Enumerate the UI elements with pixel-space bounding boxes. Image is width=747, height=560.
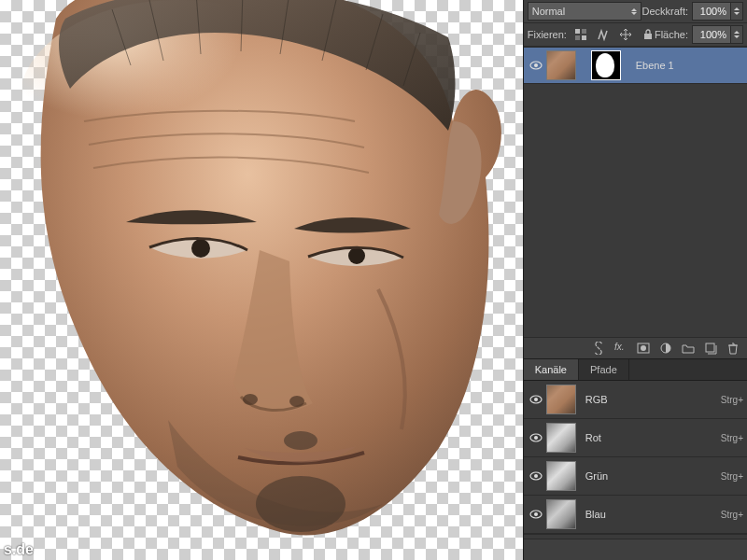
fill-stepper[interactable] [730,25,743,44]
layers-options-row-1: Normal Deckkraft: 100% [524,0,747,23]
svg-point-15 [641,345,646,351]
adjustment-layer-icon[interactable] [659,342,672,355]
channel-name: RGB [582,394,721,405]
blend-mode-select[interactable]: Normal [528,2,641,21]
channel-row[interactable]: Rot Strg+ [524,419,747,457]
svg-rect-10 [582,35,586,40]
channel-shortcut: Strg+ [721,471,745,482]
fill-field[interactable]: 100% [692,25,743,44]
svg-point-6 [284,431,317,450]
visibility-toggle[interactable] [526,508,546,521]
lock-position-icon[interactable] [619,28,632,41]
tab-channels[interactable]: Kanäle [524,359,579,380]
lock-label: Fixieren: [528,29,567,40]
select-arrows-icon [631,8,637,15]
channel-row[interactable]: RGB Strg+ [524,381,747,419]
svg-point-2 [348,247,365,264]
channel-thumbnail [546,461,576,491]
new-layer-icon[interactable] [704,342,717,355]
visibility-toggle[interactable] [526,59,546,72]
svg-point-23 [534,474,538,478]
svg-rect-7 [575,29,580,34]
link-layers-icon[interactable] [592,342,605,355]
layer-mask-thumbnail[interactable] [591,50,621,80]
layers-footer: fx. [524,337,747,358]
layers-list: Ebene 1 [524,47,747,337]
opacity-value: 100% [692,2,730,21]
opacity-label: Deckkraft: [641,6,688,17]
fill-label: Fläche: [655,29,688,40]
channels-footer [524,539,747,560]
lock-pixels-icon[interactable] [597,28,610,41]
svg-point-21 [534,436,538,440]
svg-point-3 [243,394,258,405]
channels-tabs: Kanäle Pfade [524,358,747,381]
tab-paths[interactable]: Pfade [579,359,629,380]
trash-icon[interactable] [726,342,740,355]
channel-shortcut: Strg+ [721,433,745,443]
group-icon[interactable] [682,342,695,355]
channel-shortcut: Strg+ [721,395,745,405]
layer-image [0,0,504,560]
fx-icon[interactable]: fx. [614,342,627,355]
channel-name: Grün [582,470,721,482]
layer-row[interactable]: Ebene 1 [524,47,747,84]
opacity-stepper[interactable] [730,2,743,21]
svg-point-1 [191,239,210,258]
opacity-field[interactable]: 100% [692,2,743,21]
channel-thumbnail [546,385,576,414]
svg-point-13 [534,63,538,67]
lock-all-icon[interactable] [641,28,655,41]
channel-thumbnail [546,423,576,453]
svg-rect-8 [582,29,586,34]
svg-point-4 [289,396,304,407]
channel-name: Blau [582,509,721,520]
svg-rect-11 [644,34,652,39]
layer-thumbnail[interactable] [546,50,576,80]
add-mask-icon[interactable] [637,342,650,355]
blend-mode-value: Normal [532,6,565,17]
layer-name[interactable]: Ebene 1 [636,60,674,71]
fill-value: 100% [692,25,730,44]
channel-shortcut: Strg+ [721,510,745,520]
svg-rect-9 [575,35,580,40]
lock-transparency-icon[interactable] [574,28,587,41]
layers-options-row-2: Fixieren: Fläche: 100% [524,23,747,47]
visibility-toggle[interactable] [526,393,546,406]
document-canvas[interactable]: s.de [0,0,523,560]
channel-row[interactable]: Blau Strg+ [524,496,747,534]
svg-rect-17 [706,343,714,352]
channel-row[interactable]: Grün Strg+ [524,457,747,496]
svg-point-25 [534,512,538,516]
channel-name: Rot [582,432,721,443]
visibility-toggle[interactable] [526,469,546,483]
visibility-toggle[interactable] [526,431,546,444]
svg-point-19 [534,398,538,401]
watermark-text: s.de [4,541,34,558]
channels-list: RGB Strg+ Rot Strg+ Grün Strg+ Blau Strg… [524,381,747,539]
channel-thumbnail [546,499,576,529]
